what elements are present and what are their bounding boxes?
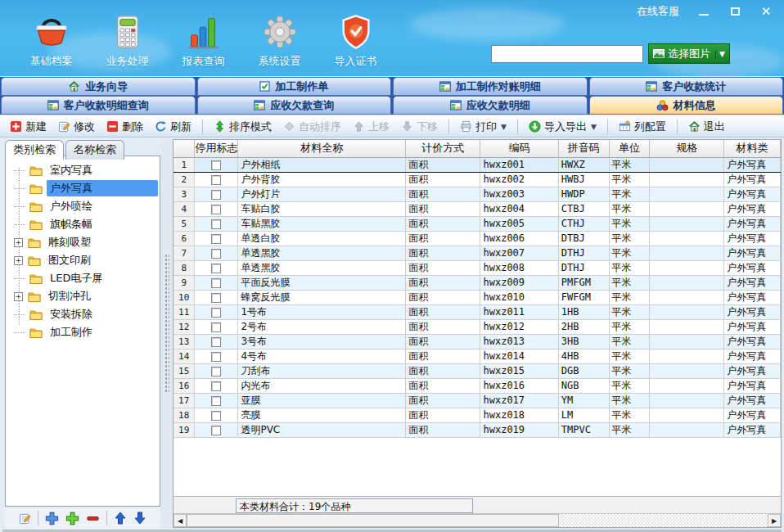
pinyin-cell[interactable]: LM [558,408,609,422]
spec-cell[interactable] [650,363,724,378]
online-support-link[interactable]: 在线客服 [637,4,679,19]
checkbox-icon[interactable] [211,205,221,214]
disabled-flag-cell[interactable] [195,290,238,304]
unit-cell[interactable]: 平米 [609,393,650,408]
pricing-method-cell[interactable]: 面积 [406,275,480,290]
code-cell[interactable]: hwxz016 [480,378,558,393]
category-cell[interactable]: 户外写真 [724,216,781,231]
pricing-method-cell[interactable]: 面积 [406,408,480,422]
disabled-flag-cell[interactable] [195,349,238,363]
toolbar-退出-button[interactable]: 退出 [683,118,730,136]
scroll-left-button[interactable]: ◀ [173,514,187,527]
material-name-cell[interactable]: 户外相纸 [238,157,406,172]
pricing-method-cell[interactable]: 面积 [406,319,480,334]
disabled-flag-cell[interactable] [195,319,238,334]
tree-item-室内写真[interactable]: 室内写真 [12,161,158,179]
spec-cell[interactable] [650,422,724,437]
unit-cell[interactable]: 平米 [609,187,650,201]
category-cell[interactable]: 户外写真 [724,260,781,275]
disabled-flag-cell[interactable] [195,201,238,216]
pinyin-cell[interactable]: DTHJ [558,260,609,275]
pinyin-cell[interactable]: 4HB [558,349,609,363]
tab-应收欠款查询[interactable]: 应收欠款查询 [197,96,392,115]
tree-item-LED电子屏[interactable]: LED电子屏 [12,269,158,287]
add-green-button[interactable] [65,512,79,525]
unit-cell[interactable]: 平米 [609,378,650,393]
code-cell[interactable]: hwxz019 [480,422,558,437]
material-name-cell[interactable]: 单透白胶 [238,231,406,246]
unit-cell[interactable]: 平米 [609,172,650,187]
checkbox-icon[interactable] [211,278,221,288]
checkbox-icon[interactable] [211,190,221,200]
spec-cell[interactable] [650,290,724,304]
search-input[interactable] [491,45,643,63]
pricing-method-cell[interactable]: 面积 [406,334,480,349]
spec-cell[interactable] [650,260,724,275]
pinyin-cell[interactable]: NGB [558,378,609,393]
code-cell[interactable]: hwxz009 [480,275,558,290]
tree-item-户外喷绘[interactable]: 户外喷绘 [12,197,158,215]
code-cell[interactable]: hwxz018 [480,408,558,422]
material-name-cell[interactable]: 蜂窝反光膜 [238,290,406,304]
pinyin-cell[interactable]: DGB [558,363,609,378]
header-编码[interactable]: 编码 [480,140,558,157]
toolbar-新建-button[interactable]: 新建 [5,118,52,136]
category-cell[interactable]: 户外写真 [724,231,781,246]
spec-cell[interactable] [650,187,724,201]
code-cell[interactable]: hwxz002 [480,172,558,187]
unit-cell[interactable]: 平米 [609,334,650,349]
category-cell[interactable]: 户外写真 [724,393,781,408]
code-cell[interactable]: hwxz005 [480,216,558,231]
spec-cell[interactable] [650,393,724,408]
tree-item-切割冲孔[interactable]: +切割冲孔 [12,287,158,305]
category-cell[interactable]: 户外写真 [724,187,781,201]
tree-item-旗帜条幅[interactable]: 旗帜条幅 [12,215,158,233]
disabled-flag-cell[interactable] [195,231,238,246]
disabled-flag-cell[interactable] [195,275,238,290]
pinyin-cell[interactable]: 1HB [558,304,609,319]
spec-cell[interactable] [650,157,724,172]
minimize-button[interactable] [697,6,710,17]
material-name-cell[interactable]: 平面反光膜 [238,275,406,290]
category-cell[interactable]: 户外写真 [724,304,781,319]
pinyin-cell[interactable]: HWXZ [558,157,609,172]
tree-item-图文印刷[interactable]: +图文印刷 [12,251,158,269]
pinyin-cell[interactable]: CTHJ [558,216,609,231]
pricing-method-cell[interactable]: 面积 [406,304,480,319]
category-cell[interactable]: 户外写真 [724,201,781,216]
pricing-method-cell[interactable]: 面积 [406,246,480,260]
choose-image-button[interactable]: 选择图片 ▼ [648,43,730,64]
panel-splitter[interactable] [161,139,173,528]
toolbar-自动排序-button[interactable]: 自动排序 [278,118,346,136]
unit-cell[interactable]: 平米 [609,363,650,378]
header-单位[interactable]: 单位 [609,140,650,157]
toolbar-列配置-button[interactable]: 列配置 [614,118,671,136]
tree-item-加工制作[interactable]: 加工制作 [12,323,158,341]
spec-cell[interactable] [650,319,724,334]
unit-cell[interactable]: 平米 [609,408,650,422]
tab-category-search[interactable]: 类别检索 [5,140,64,160]
checkbox-icon[interactable] [211,160,221,170]
nav-business-process[interactable]: 业务处理 [89,10,165,69]
material-name-cell[interactable]: 刀刮布 [238,363,406,378]
category-cell[interactable]: 户外写真 [724,422,781,437]
unit-cell[interactable]: 平米 [609,260,650,275]
expand-plus-icon[interactable]: + [14,292,23,301]
disabled-flag-cell[interactable] [195,246,238,260]
header-拼音码[interactable]: 拼音码 [558,140,609,157]
category-cell[interactable]: 户外写真 [724,319,781,334]
pricing-method-cell[interactable]: 面积 [406,157,480,172]
pricing-method-cell[interactable]: 面积 [406,187,480,201]
code-cell[interactable]: hwxz011 [480,304,558,319]
nav-basic-archive[interactable]: 基础档案 [13,10,89,69]
material-name-cell[interactable]: 4号布 [238,349,406,363]
unit-cell[interactable]: 平米 [609,216,650,231]
tab-材料信息[interactable]: 材料信息 [589,96,784,115]
code-cell[interactable]: hwxz006 [480,231,558,246]
pricing-method-cell[interactable]: 面积 [406,290,480,304]
material-name-cell[interactable]: 单透黑胶 [238,246,406,260]
checkbox-icon[interactable] [211,396,221,406]
spec-cell[interactable] [650,408,724,422]
material-name-cell[interactable]: 透明PVC [238,422,406,437]
tree-item-安装拆除[interactable]: 安装拆除 [12,305,158,323]
